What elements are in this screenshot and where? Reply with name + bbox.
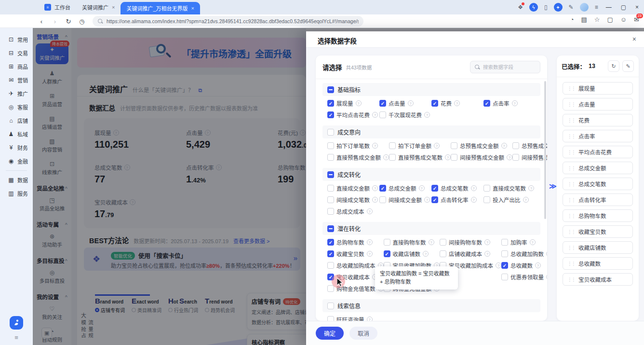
note-icon[interactable]: ✎ (569, 4, 574, 11)
bookmark-star-icon[interactable]: ☆ (594, 16, 600, 23)
field-checkbox[interactable] (483, 196, 490, 203)
drag-handle-icon[interactable]: ⋮⋮ (567, 134, 575, 139)
field-checkbox[interactable] (440, 250, 446, 257)
drag-handle-icon[interactable]: ⋮⋮ (567, 86, 575, 91)
info-icon[interactable]: ? (372, 197, 378, 203)
info-icon[interactable]: ? (383, 154, 389, 160)
field-item-花费[interactable]: 花费? (431, 97, 483, 109)
field-checkbox[interactable] (327, 142, 334, 149)
mood-icon[interactable]: ☺ (620, 16, 627, 23)
info-icon[interactable]: ? (372, 143, 378, 149)
rail-item-金融[interactable]: ◉金融 (0, 154, 33, 168)
field-checkbox[interactable] (327, 111, 334, 118)
field-item-点击量[interactable]: 点击量? (379, 97, 431, 109)
drag-handle-icon[interactable]: ⋮⋮ (567, 197, 575, 203)
rail-item-推广[interactable]: ✈推广 (0, 87, 33, 100)
field-search-input[interactable] (483, 64, 548, 70)
field-item-加购率[interactable]: 加购率? (501, 236, 547, 248)
field-item-总成交成本[interactable]: 总成交成本? (327, 206, 379, 217)
selected-chip-点击转化率[interactable]: ⋮⋮点击转化率 (563, 193, 633, 206)
browser-extension-icon[interactable]: ✦ (554, 3, 563, 12)
rail-menu-icon[interactable]: ≡ (14, 334, 18, 341)
browser-tab[interactable]: 关键词推广_万相台无界版× (121, 2, 200, 14)
field-checkbox[interactable] (389, 142, 396, 149)
field-item-总预售成交笔数[interactable]: 总预售成交笔数? (512, 140, 547, 152)
info-icon[interactable]: ? (408, 100, 414, 106)
info-icon[interactable]: ? (454, 100, 460, 106)
reset-selection-icon[interactable]: ↻ (608, 60, 619, 72)
selected-chip-宝贝收藏成本[interactable]: ⋮⋮宝贝收藏成本 (563, 273, 633, 286)
collapse-panel-icon[interactable]: ≫ (549, 182, 557, 191)
field-item-千次展现花费[interactable]: 千次展现花费? (379, 109, 431, 121)
field-item-总购物车数[interactable]: 总购物车数? (327, 236, 384, 248)
field-item-间接预售成交笔数[interactable]: 间接预售成交笔数? (512, 152, 547, 163)
rail-item-数据[interactable]: ▦数据 (0, 173, 33, 187)
info-icon[interactable]: ? (372, 185, 378, 191)
field-item-直接购物车数[interactable]: 直接购物车数? (384, 236, 440, 248)
field-item-收藏店铺数[interactable]: 收藏店铺数? (384, 248, 440, 260)
field-item-点击转化率[interactable]: 点击转化率? (431, 194, 483, 206)
field-item-直接预售成交笔数[interactable]: 直接预售成交笔数? (389, 152, 451, 163)
info-icon[interactable]: ? (424, 112, 430, 118)
field-checkbox[interactable] (451, 154, 457, 161)
info-icon[interactable]: ? (530, 239, 536, 245)
field-checkbox[interactable] (327, 262, 334, 269)
selected-chip-平均点击花费[interactable]: ⋮⋮平均点击花费 (563, 146, 633, 158)
drag-handle-icon[interactable]: ⋮⋮ (567, 118, 575, 123)
info-icon[interactable]: ? (496, 262, 501, 268)
section-checkbox[interactable] (327, 129, 334, 136)
field-item-拍下订单金额[interactable]: 拍下订单金额? (389, 140, 451, 152)
section-checkbox[interactable] (327, 225, 334, 232)
reading-mode-icon[interactable]: ▢ (607, 16, 613, 23)
forward-button[interactable]: › (49, 15, 61, 27)
selected-chip-收藏店铺数[interactable]: ⋮⋮收藏店铺数 (563, 241, 633, 254)
close-window-button[interactable]: × (634, 4, 640, 11)
field-item-点击率[interactable]: 点击率? (483, 97, 536, 109)
url-input[interactable] (107, 18, 359, 24)
info-icon[interactable]: ? (419, 185, 425, 191)
rail-item-营销[interactable]: ✉营销 (0, 73, 33, 87)
field-checkbox[interactable] (327, 208, 334, 215)
field-checkbox[interactable] (512, 154, 519, 161)
info-icon[interactable]: ? (535, 262, 541, 268)
info-icon[interactable]: ? (367, 239, 373, 245)
field-item-总收藏加购数[interactable]: 总收藏加购数? (501, 248, 547, 260)
rail-item-常用[interactable]: ⊡常用 (0, 33, 33, 46)
field-item-投入产出比[interactable]: 投入产出比? (483, 194, 536, 206)
field-checkbox[interactable] (501, 262, 508, 269)
rail-item-店铺[interactable]: ⌂店铺 (0, 114, 33, 127)
field-item-总收藏数[interactable]: 总收藏数? (501, 260, 547, 271)
field-checkbox[interactable] (327, 185, 334, 192)
selected-chip-点击率[interactable]: ⋮⋮点击率 (563, 130, 633, 142)
info-icon[interactable]: ? (501, 143, 507, 149)
field-item-间接成交金额[interactable]: 间接成交金额? (379, 194, 431, 206)
info-icon[interactable]: ? (471, 197, 477, 203)
field-checkbox[interactable] (379, 111, 386, 118)
rail-item-商品[interactable]: ⊞商品 (0, 60, 33, 73)
section-checkbox[interactable] (327, 171, 334, 178)
field-checkbox[interactable] (389, 154, 396, 161)
selected-chip-总购物车数[interactable]: ⋮⋮总购物车数 (563, 209, 633, 222)
section-checkbox[interactable] (327, 303, 334, 309)
field-checkbox[interactable] (431, 185, 438, 192)
field-checkbox[interactable] (327, 154, 334, 161)
selected-chip-总收藏数[interactable]: ⋮⋮总收藏数 (563, 257, 633, 270)
field-item-平均点击花费[interactable]: 平均点击花费? (327, 109, 379, 121)
browser-tab[interactable]: 关键词推广× (76, 0, 121, 14)
field-checkbox[interactable] (451, 142, 457, 149)
info-icon[interactable]: ? (434, 143, 440, 149)
field-checkbox[interactable] (327, 196, 334, 203)
messages-icon[interactable]: ✉23 (634, 16, 639, 23)
field-checkbox[interactable] (501, 239, 508, 246)
info-icon[interactable]: ? (367, 251, 373, 257)
section-checkbox[interactable] (327, 86, 334, 93)
field-item-直接成交笔数[interactable]: 直接成交笔数? (483, 182, 536, 194)
field-item-拍下订单笔数[interactable]: 拍下订单笔数? (327, 140, 389, 152)
drag-handle-icon[interactable]: ⋮⋮ (567, 102, 575, 107)
field-item-旺旺咨询量[interactable]: 旺旺咨询量? (327, 314, 379, 321)
selected-chip-收藏宝贝数[interactable]: ⋮⋮收藏宝贝数 (563, 225, 633, 238)
field-checkbox[interactable] (501, 274, 508, 280)
drag-handle-icon[interactable]: ⋮⋮ (567, 277, 575, 282)
field-checkbox[interactable] (440, 239, 446, 246)
browser-tab[interactable]: ≡工作台 (39, 0, 76, 14)
